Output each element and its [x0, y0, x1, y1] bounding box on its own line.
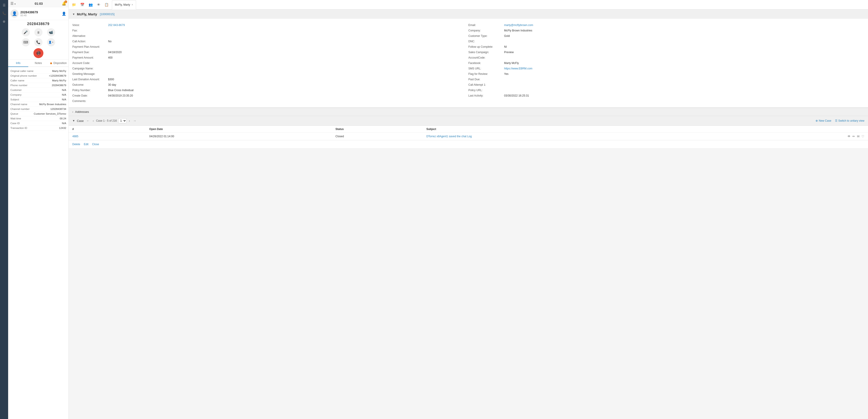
customer-id: [10000015]	[100, 12, 115, 16]
addresses-section[interactable]: › Addresses	[69, 108, 868, 116]
info-row: Caller name Marty McFly	[10, 78, 66, 83]
info-value: N/A	[62, 122, 66, 125]
left-top-bar: ☰ ▾ 01:03 🔔 1	[8, 0, 68, 7]
case-date-cell: 04/26/2022 01:14:00	[146, 133, 332, 140]
detail-label: Comments:	[72, 99, 106, 103]
detail-label: Company:	[468, 29, 502, 32]
detail-value: 400	[108, 56, 113, 59]
case-next-page-button[interactable]: ›	[128, 119, 131, 123]
caller-profile-icon[interactable]: 👤	[62, 11, 66, 16]
call-controls: 🎤 ⏸ 📹 ⌨ 📞 👤+ 📵	[8, 27, 68, 60]
info-label: Transaction ID	[10, 127, 31, 129]
case-subject-link[interactable]: DTorrez x8Agent1 saved the chat Log	[426, 135, 472, 138]
detail-row: Company: McFly Brown Industries	[468, 28, 864, 33]
case-header: ▼ Case ← ‹ Case 1 - 5 of 216 1 2 3 › →	[69, 116, 868, 126]
detail-value: 04/30/2019 23:35:20	[108, 94, 133, 97]
info-value: 12028438734	[51, 108, 66, 110]
detail-label: Past Due:	[468, 78, 502, 81]
edit-button[interactable]: Edit	[84, 143, 89, 146]
detail-row: Account Code:	[72, 60, 468, 66]
phone-icon[interactable]: 📞	[1, 10, 7, 17]
close-tab-button[interactable]: ×	[131, 3, 133, 6]
call-duration: 00:48	[20, 14, 60, 17]
calendar-nav-icon[interactable]: 📅	[79, 2, 86, 8]
info-row: Customer N/A	[10, 88, 66, 92]
details-right-column: Email: marty@mcflybrown.com Company: McF…	[468, 22, 864, 104]
case-status-cell: Closed	[332, 133, 423, 140]
email-icon[interactable]: ✉	[857, 134, 860, 138]
add-caller-button[interactable]: 👤+	[47, 38, 55, 47]
info-row: Case ID N/A	[10, 121, 66, 126]
row-actions: 👁 ✏ ✉ ♡	[732, 134, 864, 138]
caller-details: 2028438679 00:48	[20, 10, 60, 17]
info-label: Case ID	[10, 122, 31, 125]
case-table-header-cell: Subject	[423, 126, 728, 133]
detail-label: Voice:	[72, 24, 106, 27]
detail-label: Policy Number:	[72, 89, 106, 92]
main-content: 📁 📅 👥 👁 📋 McFly, Marty × ▼ McFly, Marty …	[69, 0, 868, 419]
switch-view-button[interactable]: ☰ Switch to unitary view	[835, 119, 864, 122]
detail-row: Campaign Name:	[72, 66, 468, 71]
case-chevron-icon: ▼	[72, 119, 75, 122]
clipboard-nav-icon[interactable]: 📋	[103, 2, 110, 8]
card-header[interactable]: ▼ McFly, Marty [10000015]	[69, 9, 868, 19]
detail-row: Payment Due: 04/18/2020	[72, 50, 468, 55]
info-list: Original caller name Marty McFly Origina…	[8, 67, 68, 419]
mute-button[interactable]: 🎤	[22, 28, 30, 36]
info-label: Subject	[10, 98, 31, 101]
active-tab[interactable]: McFly, Marty ×	[112, 0, 136, 9]
hold-button[interactable]: ⏸	[34, 28, 42, 36]
case-last-page-button[interactable]: →	[132, 119, 137, 123]
phone-display: 2028438679	[8, 20, 68, 27]
detail-label: Payment Plan Amount:	[72, 45, 106, 49]
favorite-icon[interactable]: ♡	[862, 134, 864, 138]
view-icon[interactable]: 👁	[847, 134, 850, 138]
add-icon[interactable]: ⊕	[1, 18, 7, 25]
tab-disposition[interactable]: Disposition	[49, 60, 68, 67]
info-label: Queue	[10, 112, 31, 115]
tab-info[interactable]: Info	[8, 60, 28, 67]
edit-icon[interactable]: ✏	[852, 134, 855, 138]
info-value: +12028438679	[49, 74, 66, 77]
caller-info: 👤 2028438679 00:48 👤	[8, 7, 68, 20]
notification-bell[interactable]: 🔔 1	[62, 1, 66, 6]
keypad-button[interactable]: ⌨	[22, 38, 30, 47]
detail-value: $300	[108, 78, 114, 81]
info-tabs: Info Notes Disposition	[8, 60, 68, 67]
icon-sidebar: ☰ 📞 ⊕	[0, 0, 8, 419]
delete-button[interactable]: Delete	[72, 143, 80, 146]
left-panel: ☰ ▾ 01:03 🔔 1 👤 2028438679 00:48 👤 20284…	[8, 0, 69, 419]
case-prev-page-button[interactable]: ‹	[92, 119, 95, 123]
end-call-button[interactable]: 📵	[33, 48, 43, 58]
case-table-header: #Open DateStatusSubject	[69, 126, 868, 133]
tab-notes[interactable]: Notes	[28, 60, 49, 67]
case-first-page-button[interactable]: ←	[86, 119, 90, 123]
detail-row: Call Action: No	[72, 39, 468, 44]
contacts-nav-icon[interactable]: 👥	[88, 2, 94, 8]
new-case-button[interactable]: ⊕ New Case	[815, 119, 831, 122]
case-table-body: 488504/26/2022 01:14:00ClosedDTorrez x8A…	[69, 133, 868, 140]
folder-nav-icon[interactable]: 📁	[71, 2, 77, 8]
close-button[interactable]: Close	[92, 143, 99, 146]
eye-nav-icon[interactable]: 👁	[96, 2, 101, 7]
page-select[interactable]: 1 2 3	[118, 118, 127, 123]
video-button[interactable]: 📹	[47, 28, 55, 36]
detail-row: Follow up Complete: NI	[468, 44, 864, 50]
detail-label: Sales Campaign:	[468, 51, 502, 54]
menu-icon[interactable]: ☰ ▾	[10, 1, 16, 6]
info-row: Channel number 12028438734	[10, 107, 66, 112]
notification-badge: 1	[64, 0, 67, 3]
info-value: 12432	[59, 127, 66, 129]
info-row: Transaction ID 12432	[10, 126, 66, 130]
case-id-link[interactable]: 4885	[72, 135, 79, 138]
detail-value: Preview	[504, 51, 514, 54]
controls-row-2: ⌨ 📞 👤+	[10, 38, 66, 47]
transfer-button[interactable]: 📞	[34, 38, 42, 47]
top-nav: 📁 📅 👥 👁 📋 McFly, Marty ×	[69, 0, 868, 9]
info-value: 00:24	[60, 117, 66, 120]
detail-value: 202 843-8679	[108, 24, 125, 27]
detail-row: AccountCode:	[468, 55, 864, 60]
hamburger-menu-icon[interactable]: ☰	[1, 2, 7, 8]
card-chevron-icon: ▼	[72, 13, 75, 16]
info-row: Original caller name Marty McFly	[10, 69, 66, 73]
